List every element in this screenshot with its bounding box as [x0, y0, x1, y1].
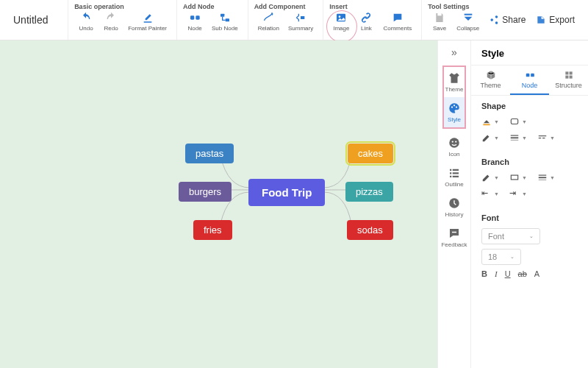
panel-title: Style — [471, 40, 588, 66]
summary-icon — [295, 12, 306, 24]
smile-icon — [448, 136, 461, 149]
svg-rect-1 — [196, 15, 199, 19]
image-button[interactable]: Image — [329, 12, 353, 32]
svg-rect-19 — [450, 176, 451, 177]
mindmap-node-cakes[interactable]: cakes — [348, 144, 393, 163]
relation-button[interactable]: Relation — [254, 12, 283, 32]
pen-icon — [481, 172, 492, 183]
collapse-panel-button[interactable]: » — [451, 46, 457, 58]
svg-rect-24 — [565, 71, 568, 74]
toolbar-group-tool-settings: Tool SettingsSaveCollapse — [421, 0, 489, 40]
svg-rect-33 — [539, 135, 547, 136]
brush-icon — [142, 12, 154, 24]
toolbar-group-basic-operation: Basic operationUndoRedoFormat Painter — [68, 0, 176, 40]
underline-button[interactable]: U — [505, 269, 511, 278]
border-color-button[interactable]: ▼ — [481, 132, 499, 143]
mindmap-node-pastas[interactable]: pastas — [185, 144, 234, 163]
lines-icon — [509, 132, 520, 143]
svg-rect-4 — [301, 16, 304, 19]
branch-end-button[interactable]: ⇥▼ — [509, 188, 527, 199]
mindmap-node-sodas[interactable]: sodas — [347, 220, 393, 240]
text-color-button[interactable]: A — [534, 269, 539, 278]
right-controls: » ThemeStyleIconOutlineHistoryFeedback — [437, 40, 470, 368]
canvas[interactable]: Food Trip pastas burgers fries cakes piz… — [0, 40, 437, 368]
tab-theme[interactable]: Theme — [471, 66, 510, 95]
sidebar-highlight: ThemeStyle — [442, 66, 465, 129]
svg-rect-20 — [453, 176, 459, 177]
svg-rect-36 — [511, 175, 517, 180]
save-button[interactable]: Save — [428, 12, 451, 32]
svg-rect-23 — [531, 74, 534, 77]
sidebar-history[interactable]: History — [441, 192, 467, 222]
font-size-select[interactable]: 18⌄ — [481, 249, 521, 265]
italic-button[interactable]: I — [495, 269, 498, 278]
sidebar-theme[interactable]: Theme — [444, 67, 464, 97]
undo-button[interactable]: Undo — [74, 12, 98, 32]
summary-button[interactable]: Summary — [284, 12, 317, 32]
panel-tabs: ThemeNodeStructure — [471, 66, 588, 96]
branch-color-button[interactable]: ▼ — [481, 172, 499, 183]
collapse-button[interactable]: Collapse — [453, 12, 483, 32]
svg-rect-18 — [453, 172, 459, 174]
svg-rect-22 — [526, 74, 529, 77]
sidebar-icon[interactable]: Icon — [441, 132, 467, 162]
sub-node-button[interactable]: Sub Node — [208, 12, 242, 32]
branch-start-button[interactable]: ⇤▼ — [481, 188, 499, 199]
border-width-button[interactable]: ▼ — [509, 132, 527, 143]
sidebar-style[interactable]: Style — [444, 97, 464, 127]
redo-icon — [105, 12, 117, 24]
shape-type-button[interactable]: ▼ — [509, 116, 527, 127]
export-button[interactable]: Export — [536, 15, 575, 25]
branch-width-button[interactable]: ▼ — [537, 172, 555, 183]
strike-button[interactable]: ab — [518, 269, 527, 278]
tab-node[interactable]: Node — [510, 66, 549, 95]
palette-icon — [448, 102, 461, 115]
document-title[interactable]: Untitled — [0, 0, 68, 40]
svg-rect-17 — [450, 172, 451, 174]
comments-button[interactable]: Comments — [379, 12, 415, 32]
shape-icon — [509, 116, 520, 127]
share-button[interactable]: Share — [489, 15, 526, 25]
svg-rect-37 — [539, 175, 547, 176]
format-painter-button[interactable]: Format Painter — [124, 12, 171, 32]
fill-color-button[interactable]: ▼ — [481, 116, 499, 127]
branch-shape-button[interactable]: ▼ — [509, 172, 527, 183]
svg-rect-27 — [569, 76, 572, 79]
link-icon — [360, 12, 372, 24]
image-icon — [335, 12, 347, 24]
sidebar-feedback[interactable]: Feedback — [441, 222, 467, 252]
shirt-icon — [448, 71, 461, 85]
mindmap-node-burgers[interactable]: burgers — [179, 182, 232, 202]
mindmap-node-pizzas[interactable]: pizzas — [345, 182, 393, 202]
svg-point-9 — [451, 106, 453, 107]
collapse-icon — [462, 12, 474, 24]
svg-rect-28 — [483, 124, 490, 126]
svg-point-6 — [339, 15, 341, 18]
link-button[interactable]: Link — [354, 12, 378, 32]
node-button[interactable]: Node — [183, 12, 207, 32]
svg-rect-8 — [464, 14, 472, 15]
mindmap-center-node[interactable]: Food Trip — [248, 179, 325, 206]
svg-rect-34 — [539, 138, 542, 138]
tab-structure[interactable]: Structure — [549, 66, 588, 95]
connector-lines — [0, 40, 437, 368]
mindmap-node-fries[interactable]: fries — [193, 220, 232, 240]
font-section: Font Font⌄ 18⌄ B I U ab A — [471, 208, 588, 281]
svg-rect-35 — [542, 138, 545, 138]
svg-point-12 — [449, 138, 459, 148]
list-icon — [448, 166, 461, 180]
branch-section: Branch ▼ ▼ ▼ ⇤▼ ⇥▼ — [471, 152, 588, 208]
svg-rect-15 — [450, 169, 451, 171]
redo-button[interactable]: Redo — [99, 12, 123, 32]
svg-rect-25 — [569, 71, 572, 74]
svg-rect-30 — [511, 135, 519, 136]
export-icon — [536, 15, 546, 25]
svg-point-11 — [456, 106, 457, 107]
border-style-button[interactable]: ▼ — [537, 132, 555, 143]
arrow-left-icon: ⇤ — [481, 188, 492, 199]
font-family-select[interactable]: Font⌄ — [481, 228, 540, 244]
bold-button[interactable]: B — [481, 269, 487, 278]
grid-icon — [564, 70, 574, 80]
fill-icon — [481, 116, 492, 127]
sidebar-outline[interactable]: Outline — [441, 162, 467, 192]
